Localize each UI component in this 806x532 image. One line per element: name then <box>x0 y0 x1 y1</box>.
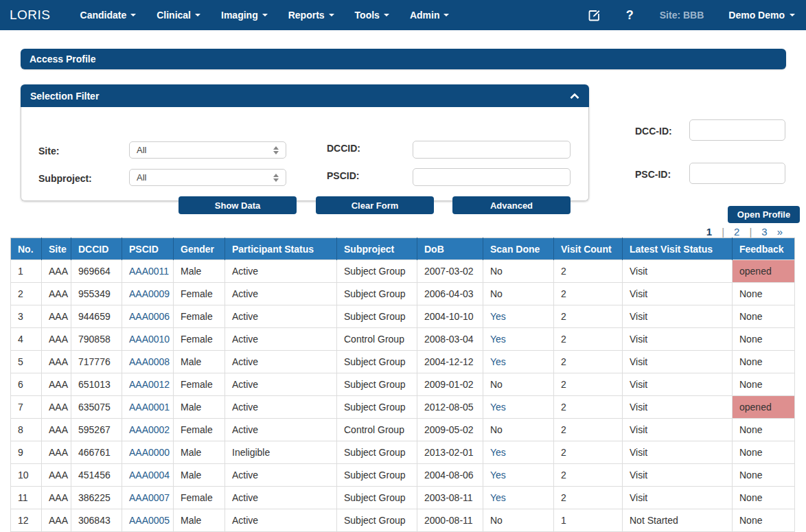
column-header-scan-done[interactable]: Scan Done <box>483 238 554 260</box>
cell-pscid: AAA0002 <box>122 419 174 441</box>
selection-filter-body: Site: All Subproject: All DCCID: PSCID: … <box>21 107 589 201</box>
psc-id-input[interactable] <box>689 163 785 184</box>
scan-done-link[interactable]: Yes <box>490 447 506 458</box>
cell-pscid: AAA0010 <box>122 328 174 351</box>
edit-icon[interactable] <box>575 0 614 30</box>
cell-no: 10 <box>11 464 42 487</box>
cell-subproject: Subject Group <box>337 487 417 509</box>
column-header-pscid[interactable]: PSCID <box>122 238 174 260</box>
cell-pscid: AAA0001 <box>122 396 174 419</box>
pscid-link[interactable]: AAA0006 <box>129 311 170 322</box>
cell-subproject: Control Group <box>337 419 417 441</box>
scan-done-link[interactable]: Yes <box>490 356 506 367</box>
column-header-dccid[interactable]: DCCID <box>71 238 122 260</box>
table-body: 1AAA969664AAA0011MaleActiveSubject Group… <box>11 260 795 532</box>
pscid-link[interactable]: AAA0008 <box>129 356 170 367</box>
cell-scan-done: No <box>483 283 554 305</box>
cell-scan-done: No <box>483 509 554 532</box>
show-data-button[interactable]: Show Data <box>179 196 297 214</box>
table-row: 12AAA306843AAA0005MaleActiveSubject Grou… <box>11 509 795 532</box>
pscid-link[interactable]: AAA0001 <box>129 402 170 413</box>
scan-done-link[interactable]: Yes <box>490 470 506 481</box>
chevron-up-icon <box>570 93 579 100</box>
column-header-feedback[interactable]: Feedback <box>733 238 795 260</box>
help-icon[interactable]: ? <box>614 0 646 30</box>
chevron-down-icon <box>329 14 334 16</box>
subproject-select[interactable]: All <box>129 169 286 186</box>
dcc-id-input[interactable] <box>689 119 785 141</box>
scan-done-link[interactable]: Yes <box>490 492 506 503</box>
cell-visit-count: 2 <box>554 419 623 441</box>
cell-site: AAA <box>42 351 71 373</box>
nav-menu-imaging[interactable]: Imaging <box>211 0 278 30</box>
scan-done-link[interactable]: Yes <box>490 402 506 413</box>
pscid-link[interactable]: AAA0010 <box>129 334 170 345</box>
column-header-subproject[interactable]: Subproject <box>337 238 417 260</box>
selection-filter-header[interactable]: Selection Filter <box>21 84 589 107</box>
cell-participant-status: Ineligible <box>225 441 337 464</box>
pscid-link[interactable]: AAA0000 <box>129 447 170 458</box>
nav-menu-reports[interactable]: Reports <box>278 0 345 30</box>
pscid-link[interactable]: AAA0005 <box>129 515 170 526</box>
pscid-link[interactable]: AAA0007 <box>129 492 170 503</box>
site-select[interactable]: All <box>129 141 286 159</box>
column-header-visit-count[interactable]: Visit Count <box>554 238 623 260</box>
pscid-link[interactable]: AAA0004 <box>129 470 170 481</box>
cell-subproject: Subject Group <box>337 373 417 396</box>
psc-id-label: PSC-ID: <box>635 169 671 180</box>
page-title: Access Profile <box>21 49 786 69</box>
open-profile-button[interactable]: Open Profile <box>728 206 800 223</box>
cell-visit-count: 2 <box>554 487 623 509</box>
dccid-field-label: DCCID: <box>327 143 360 154</box>
nav-menu-candidate[interactable]: Candidate <box>70 0 147 30</box>
cell-scan-done: Yes <box>483 441 554 464</box>
cell-participant-status: Active <box>225 351 337 373</box>
cell-latest-visit-status: Visit <box>623 328 733 351</box>
column-header-dob[interactable]: DoB <box>417 238 483 260</box>
pscid-link[interactable]: AAA0012 <box>129 379 170 390</box>
pagination-page-3[interactable]: 3 <box>761 226 767 238</box>
cell-visit-count: 2 <box>554 260 623 283</box>
pagination-page-1[interactable]: 1 <box>706 226 712 238</box>
cell-visit-count: 2 <box>554 441 623 464</box>
chevron-down-icon <box>262 14 268 16</box>
pscid-link[interactable]: AAA0002 <box>129 424 170 435</box>
pscid-link[interactable]: AAA0009 <box>129 288 170 299</box>
scan-done-link[interactable]: Yes <box>490 311 506 322</box>
cell-site: AAA <box>42 260 71 283</box>
cell-pscid: AAA0005 <box>122 509 174 532</box>
scan-done-link[interactable]: Yes <box>490 334 506 345</box>
pscid-input[interactable] <box>413 168 571 186</box>
nav-menu-tools[interactable]: Tools <box>345 0 400 30</box>
cell-dob: 2003-08-11 <box>417 487 483 509</box>
column-header-site[interactable]: Site <box>42 238 71 260</box>
pscid-link[interactable]: AAA0011 <box>129 266 169 277</box>
cell-participant-status: Active <box>225 509 337 532</box>
nav-menu-clinical[interactable]: Clinical <box>146 0 211 30</box>
column-header-latest-visit-status[interactable]: Latest Visit Status <box>623 238 733 260</box>
cell-feedback: None <box>733 441 795 464</box>
dccid-input[interactable] <box>413 141 571 159</box>
clear-form-button[interactable]: Clear Form <box>316 196 434 214</box>
cell-latest-visit-status: Visit <box>623 464 733 487</box>
column-header-participant-status[interactable]: Participant Status <box>225 238 337 260</box>
column-header-no-[interactable]: No. <box>11 238 42 260</box>
nav-menu-admin[interactable]: Admin <box>400 0 460 30</box>
cell-gender: Male <box>174 441 225 464</box>
cell-subproject: Subject Group <box>337 260 417 283</box>
pagination-next[interactable]: » <box>777 226 783 238</box>
chevron-down-icon <box>384 14 389 16</box>
column-header-gender[interactable]: Gender <box>174 238 225 260</box>
pagination-page-2[interactable]: 2 <box>734 226 739 238</box>
table-row: 5AAA717776AAA0008MaleActiveSubject Group… <box>11 351 795 373</box>
cell-dob: 2000-08-11 <box>417 509 483 532</box>
loris-logo[interactable]: LORIS <box>10 8 51 23</box>
cell-dccid: 651013 <box>71 373 122 396</box>
advanced-button[interactable]: Advanced <box>452 196 571 214</box>
chevron-down-icon <box>195 14 200 16</box>
cell-dob: 2008-03-04 <box>417 328 483 351</box>
user-menu[interactable]: Demo Demo <box>717 0 806 30</box>
nav-menu-label: Candidate <box>80 10 127 21</box>
cell-feedback: None <box>733 283 795 305</box>
cell-participant-status: Active <box>225 305 337 328</box>
